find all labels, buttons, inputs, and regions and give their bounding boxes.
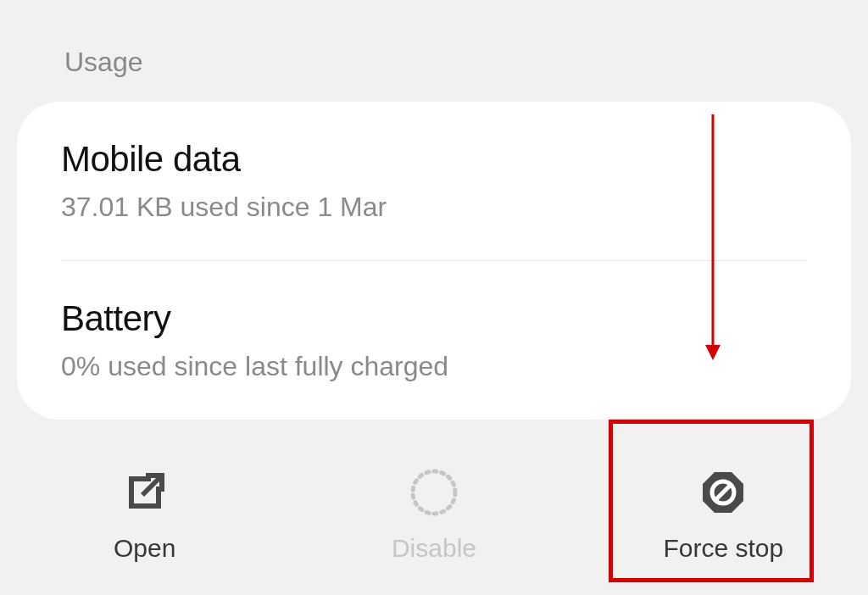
disable-label: Disable <box>392 534 476 563</box>
disable-icon <box>410 463 458 522</box>
battery-subtitle: 0% used since last fully charged <box>61 351 807 382</box>
disable-button: Disable <box>324 463 544 563</box>
mobile-data-item[interactable]: Mobile data 37.01 KB used since 1 Mar <box>17 102 851 260</box>
battery-item[interactable]: Battery 0% used since last fully charged <box>61 260 807 420</box>
battery-title: Battery <box>61 298 807 339</box>
force-stop-icon <box>700 463 746 522</box>
mobile-data-subtitle: 37.01 KB used since 1 Mar <box>61 192 807 223</box>
open-icon <box>122 463 168 522</box>
bottom-action-bar: Open Disable Force stop <box>0 430 868 595</box>
section-header-usage: Usage <box>0 0 868 102</box>
force-stop-button[interactable]: Force stop <box>613 463 833 563</box>
svg-point-0 <box>413 471 455 514</box>
force-stop-label: Force stop <box>663 534 783 563</box>
mobile-data-title: Mobile data <box>61 139 807 180</box>
usage-card: Mobile data 37.01 KB used since 1 Mar Ba… <box>17 102 851 420</box>
open-label: Open <box>114 534 175 563</box>
open-button[interactable]: Open <box>35 463 255 563</box>
